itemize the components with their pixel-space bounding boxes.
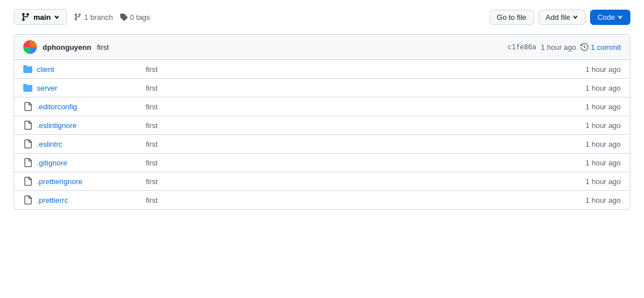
table-row: .eslintignore first 1 hour ago — [14, 116, 630, 134]
chevron-down-icon — [54, 14, 60, 20]
code-button[interactable]: Code — [590, 10, 630, 25]
table-row: .prettierrc first 1 hour ago — [14, 190, 630, 209]
file-icon — [23, 195, 32, 205]
file-name-cell: .gitignore — [23, 158, 137, 167]
file-link[interactable]: .editorconfig — [37, 103, 77, 111]
file-commit: first — [146, 140, 544, 148]
file-name-cell: .prettierrc — [23, 195, 137, 205]
history-icon — [580, 43, 588, 51]
file-commit: first — [146, 196, 544, 205]
file-commit: first — [146, 103, 544, 111]
file-icon — [23, 102, 32, 111]
folder-icon — [23, 65, 32, 74]
file-time: 1 hour ago — [553, 121, 621, 130]
file-commit: first — [146, 65, 544, 74]
file-link[interactable]: .eslintignore — [37, 121, 77, 130]
file-time: 1 hour ago — [553, 103, 621, 111]
tag-icon — [120, 13, 128, 21]
file-time: 1 hour ago — [553, 159, 621, 167]
code-chevron-icon — [617, 14, 623, 20]
file-time: 1 hour ago — [553, 65, 621, 74]
add-file-chevron-icon — [573, 14, 578, 20]
table-row: server first 1 hour ago — [14, 78, 630, 97]
file-link[interactable]: .prettierignore — [37, 177, 82, 186]
file-commit: first — [146, 177, 544, 186]
commit-row: dphonguyenn first c1fe86a 1 hour ago 1 c… — [14, 34, 630, 60]
avatar — [23, 40, 37, 54]
file-name-cell: .prettierignore — [23, 177, 137, 186]
file-link[interactable]: client — [37, 65, 54, 74]
file-commit: first — [146, 84, 544, 92]
commit-time: 1 hour ago — [541, 43, 576, 52]
file-icon — [23, 158, 32, 167]
toolbar-right: Go to file Add file Code — [490, 10, 630, 25]
commit-hash[interactable]: c1fe86a — [508, 43, 537, 51]
table-row: client first 1 hour ago — [14, 60, 630, 78]
branch-count-icon — [74, 13, 82, 21]
file-icon — [23, 177, 32, 186]
branch-count: 1 branch — [84, 13, 113, 22]
file-icon — [23, 121, 32, 130]
add-file-button[interactable]: Add file — [538, 10, 586, 25]
file-link[interactable]: server — [37, 84, 57, 92]
table-row: .gitignore first 1 hour ago — [14, 153, 630, 172]
branch-icon — [21, 12, 30, 22]
file-name-cell: .editorconfig — [23, 102, 137, 111]
commits-count: 1 commit — [591, 43, 621, 52]
tag-count-link[interactable]: 0 tags — [120, 13, 150, 22]
file-name-cell: server — [23, 83, 137, 92]
toolbar-left: main 1 branch 0 tags — [14, 9, 483, 25]
file-icon — [23, 139, 32, 148]
tag-count: 0 tags — [130, 13, 150, 22]
table-row: .prettierignore first 1 hour ago — [14, 172, 630, 190]
file-commit: first — [146, 121, 544, 130]
file-commit: first — [146, 159, 544, 167]
toolbar: main 1 branch 0 tags Go to file Add file — [14, 9, 630, 25]
file-time: 1 hour ago — [553, 196, 621, 205]
branch-count-link[interactable]: 1 branch — [74, 13, 113, 22]
file-link[interactable]: .eslintrc — [37, 140, 62, 148]
file-link[interactable]: .prettierrc — [37, 196, 68, 205]
file-name-cell: .eslintignore — [23, 121, 137, 130]
file-link[interactable]: .gitignore — [37, 159, 67, 167]
branch-name: main — [33, 13, 50, 22]
commit-row-right: c1fe86a 1 hour ago 1 commit — [508, 43, 621, 52]
file-name-cell: .eslintrc — [23, 139, 137, 148]
commits-link[interactable]: 1 commit — [580, 43, 621, 52]
table-row: .editorconfig first 1 hour ago — [14, 97, 630, 116]
goto-file-button[interactable]: Go to file — [490, 10, 534, 25]
table-row: .eslintrc first 1 hour ago — [14, 134, 630, 153]
file-table: client first 1 hour ago server first 1 h… — [14, 60, 630, 210]
commit-message: first — [97, 43, 109, 52]
file-time: 1 hour ago — [553, 84, 621, 92]
folder-icon — [23, 83, 32, 92]
file-name-cell: client — [23, 65, 137, 74]
file-time: 1 hour ago — [553, 177, 621, 186]
file-time: 1 hour ago — [553, 140, 621, 148]
commit-author[interactable]: dphonguyenn — [43, 43, 91, 52]
branch-selector[interactable]: main — [14, 9, 67, 25]
